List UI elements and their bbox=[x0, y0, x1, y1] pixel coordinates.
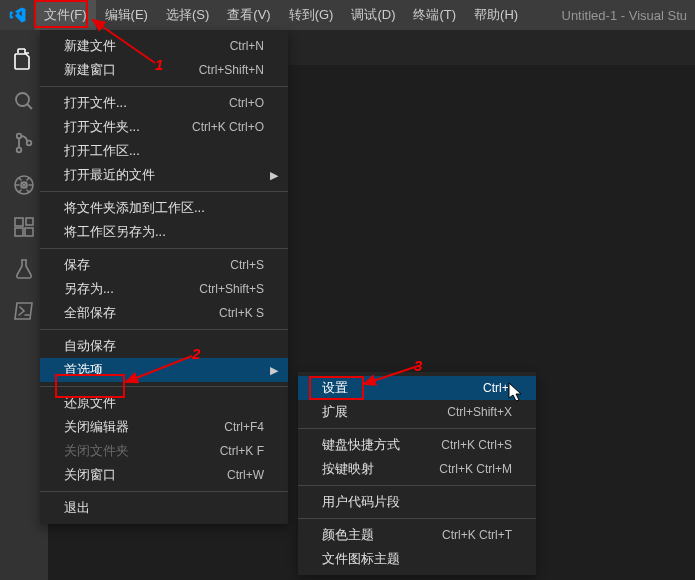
vscode-logo-icon bbox=[0, 6, 35, 24]
titlebar: 文件(F) 编辑(E) 选择(S) 查看(V) 转到(G) 调试(D) 终端(T… bbox=[0, 0, 695, 30]
menu-save-all[interactable]: 全部保存Ctrl+K S bbox=[40, 301, 288, 325]
menu-close-window[interactable]: 关闭窗口Ctrl+W bbox=[40, 463, 288, 487]
menu-close-folder: 关闭文件夹Ctrl+K F bbox=[40, 439, 288, 463]
menu-separator bbox=[40, 86, 288, 87]
menu-separator bbox=[298, 485, 536, 486]
menu-user-snippets[interactable]: 用户代码片段 bbox=[298, 490, 536, 514]
svg-rect-6 bbox=[15, 218, 23, 226]
menubar-view[interactable]: 查看(V) bbox=[218, 0, 279, 30]
menubar-selection[interactable]: 选择(S) bbox=[157, 0, 218, 30]
menu-separator bbox=[298, 428, 536, 429]
menu-separator bbox=[298, 518, 536, 519]
menubar-file[interactable]: 文件(F) bbox=[35, 0, 96, 30]
menu-extensions[interactable]: 扩展Ctrl+Shift+X bbox=[298, 400, 536, 424]
menu-separator bbox=[40, 386, 288, 387]
svg-point-3 bbox=[27, 141, 32, 146]
menu-open-file[interactable]: 打开文件...Ctrl+O bbox=[40, 91, 288, 115]
chevron-right-icon: ▶ bbox=[270, 169, 278, 182]
menu-separator bbox=[40, 248, 288, 249]
menu-add-folder-workspace[interactable]: 将文件夹添加到工作区... bbox=[40, 196, 288, 220]
svg-rect-8 bbox=[25, 228, 33, 236]
menu-separator bbox=[40, 191, 288, 192]
svg-rect-9 bbox=[26, 218, 33, 225]
menu-new-file[interactable]: 新建文件Ctrl+N bbox=[40, 34, 288, 58]
menu-open-folder[interactable]: 打开文件夹...Ctrl+K Ctrl+O bbox=[40, 115, 288, 139]
svg-point-1 bbox=[17, 134, 22, 139]
file-menu: 新建文件Ctrl+N 新建窗口Ctrl+Shift+N 打开文件...Ctrl+… bbox=[40, 30, 288, 524]
menu-save[interactable]: 保存Ctrl+S bbox=[40, 253, 288, 277]
menu-icon-theme[interactable]: 文件图标主题 bbox=[298, 547, 536, 571]
menu-save-workspace-as[interactable]: 将工作区另存为... bbox=[40, 220, 288, 244]
menu-open-workspace[interactable]: 打开工作区... bbox=[40, 139, 288, 163]
menubar-edit[interactable]: 编辑(E) bbox=[96, 0, 157, 30]
menu-open-recent[interactable]: 打开最近的文件▶ bbox=[40, 163, 288, 187]
menu-new-window[interactable]: 新建窗口Ctrl+Shift+N bbox=[40, 58, 288, 82]
menu-auto-save[interactable]: 自动保存 bbox=[40, 334, 288, 358]
menu-preferences[interactable]: 首选项▶ bbox=[40, 358, 288, 382]
menu-revert-file[interactable]: 还原文件 bbox=[40, 391, 288, 415]
menu-separator bbox=[40, 491, 288, 492]
menu-keyboard-shortcuts[interactable]: 键盘快捷方式Ctrl+K Ctrl+S bbox=[298, 433, 536, 457]
chevron-right-icon: ▶ bbox=[270, 364, 278, 377]
preferences-submenu: 设置Ctrl+, 扩展Ctrl+Shift+X 键盘快捷方式Ctrl+K Ctr… bbox=[298, 372, 536, 575]
menu-separator bbox=[40, 329, 288, 330]
menubar-go[interactable]: 转到(G) bbox=[280, 0, 343, 30]
menubar-terminal[interactable]: 终端(T) bbox=[404, 0, 465, 30]
menu-close-editor[interactable]: 关闭编辑器Ctrl+F4 bbox=[40, 415, 288, 439]
menu-settings[interactable]: 设置Ctrl+, bbox=[298, 376, 536, 400]
menubar: 文件(F) 编辑(E) 选择(S) 查看(V) 转到(G) 调试(D) 终端(T… bbox=[35, 0, 527, 30]
menu-exit[interactable]: 退出 bbox=[40, 496, 288, 520]
menu-save-as[interactable]: 另存为...Ctrl+Shift+S bbox=[40, 277, 288, 301]
menu-keymap[interactable]: 按键映射Ctrl+K Ctrl+M bbox=[298, 457, 536, 481]
svg-point-2 bbox=[17, 148, 22, 153]
menubar-help[interactable]: 帮助(H) bbox=[465, 0, 527, 30]
menu-color-theme[interactable]: 颜色主题Ctrl+K Ctrl+T bbox=[298, 523, 536, 547]
menubar-debug[interactable]: 调试(D) bbox=[342, 0, 404, 30]
svg-rect-7 bbox=[15, 228, 23, 236]
